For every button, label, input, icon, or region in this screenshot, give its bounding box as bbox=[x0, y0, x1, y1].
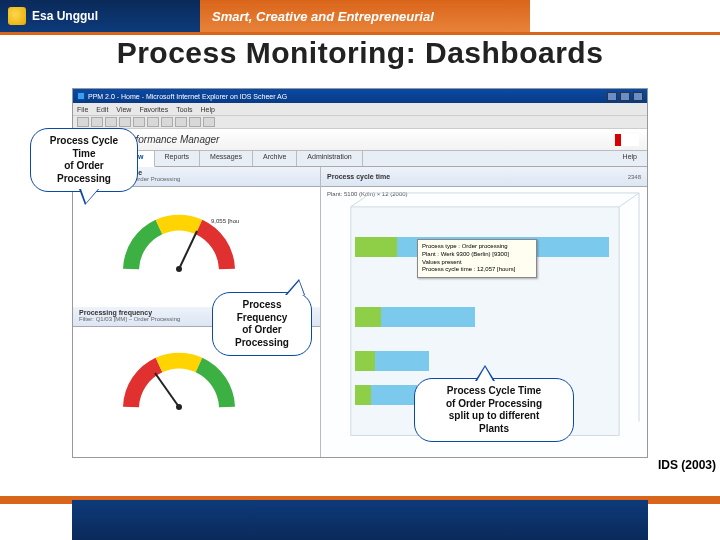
source-citation: IDS (2003) bbox=[658, 458, 716, 472]
history-button[interactable] bbox=[175, 117, 187, 127]
brand-name: Esa Unggul bbox=[32, 9, 98, 23]
forward-button[interactable] bbox=[91, 117, 103, 127]
ie-toolbar bbox=[73, 115, 647, 129]
bar-row-4 bbox=[355, 385, 417, 405]
close-button[interactable] bbox=[633, 92, 643, 101]
gauge-cycle: 9,055 [hours] bbox=[119, 213, 239, 277]
tab-help[interactable]: Help bbox=[613, 151, 647, 166]
svg-line-5 bbox=[351, 193, 371, 207]
gauge-cycle-value: 9,055 [hours] bbox=[211, 218, 239, 224]
svg-line-6 bbox=[619, 193, 639, 207]
callout-frequency-text: Process Frequency of Order Processing bbox=[235, 299, 289, 348]
menu-help[interactable]: Help bbox=[201, 106, 215, 113]
svg-point-3 bbox=[176, 404, 182, 410]
window-title: PPM 2.0 - Home - Microsoft Internet Expl… bbox=[88, 93, 287, 100]
brand-block: Esa Unggul bbox=[0, 0, 200, 32]
brand-tagline: Smart, Creative and Entrepreneurial bbox=[200, 0, 530, 32]
gauge-cycle-area: 9,055 [hours] bbox=[73, 187, 320, 307]
refresh-button[interactable] bbox=[119, 117, 131, 127]
app-tabs: Management View Reports Messages Archive… bbox=[73, 151, 647, 167]
svg-line-0 bbox=[179, 231, 197, 269]
vendor-logo bbox=[615, 134, 639, 146]
footer-navy-block bbox=[72, 500, 648, 540]
tab-reports[interactable]: Reports bbox=[155, 151, 201, 166]
callout-plants-text: Process Cycle Time of Order Processing s… bbox=[446, 385, 542, 434]
tooltip-l1: Process type : Order processing bbox=[422, 243, 532, 251]
menu-tools[interactable]: Tools bbox=[176, 106, 192, 113]
tooltip-l2: Plant : Werk 9300 (Berlin) [9300] bbox=[422, 251, 532, 259]
home-button[interactable] bbox=[133, 117, 145, 127]
gauge-freq bbox=[119, 351, 239, 415]
callout-cycle-time-text: Process Cycle Time of Order Processing bbox=[50, 135, 118, 184]
print-button[interactable] bbox=[203, 117, 215, 127]
footer bbox=[0, 486, 720, 540]
mail-button[interactable] bbox=[189, 117, 201, 127]
app-header: Process Performance Manager bbox=[73, 129, 647, 151]
tab-archive[interactable]: Archive bbox=[253, 151, 297, 166]
search-button[interactable] bbox=[147, 117, 159, 127]
back-button[interactable] bbox=[77, 117, 89, 127]
svg-line-2 bbox=[155, 373, 179, 407]
chart-tooltip: Process type : Order processing Plant : … bbox=[417, 239, 537, 278]
tab-messages[interactable]: Messages bbox=[200, 151, 253, 166]
panel-header-right: Process cycle time 2348 bbox=[321, 167, 647, 187]
bar-seg-green bbox=[355, 237, 397, 257]
menu-view[interactable]: View bbox=[116, 106, 131, 113]
tooltip-l4: Process cycle time : 12,057 [hours] bbox=[422, 266, 532, 274]
divider-top bbox=[0, 32, 720, 35]
tooltip-l3: Values present bbox=[422, 259, 532, 267]
callout-plants: Process Cycle Time of Order Processing s… bbox=[414, 378, 574, 442]
stop-button[interactable] bbox=[105, 117, 117, 127]
menu-file[interactable]: File bbox=[77, 106, 88, 113]
maximize-button[interactable] bbox=[620, 92, 630, 101]
svg-point-1 bbox=[176, 266, 182, 272]
logo-icon bbox=[8, 7, 26, 25]
minimize-button[interactable] bbox=[607, 92, 617, 101]
panel-count-right: 2348 bbox=[628, 174, 641, 180]
brand-header: Esa Unggul Smart, Creative and Entrepren… bbox=[0, 0, 720, 32]
window-titlebar: PPM 2.0 - Home - Microsoft Internet Expl… bbox=[73, 89, 647, 103]
menubar: File Edit View Favorites Tools Help bbox=[73, 103, 647, 115]
ie-icon bbox=[77, 92, 85, 100]
panel-title-right: Process cycle time bbox=[327, 173, 390, 180]
callout-cycle-time: Process Cycle Time of Order Processing bbox=[30, 128, 138, 192]
page-title: Process Monitoring: Dashboards bbox=[0, 36, 720, 70]
callout-frequency: Process Frequency of Order Processing bbox=[212, 292, 312, 356]
tab-administration[interactable]: Administration bbox=[297, 151, 362, 166]
favorites-button[interactable] bbox=[161, 117, 173, 127]
menu-favorites[interactable]: Favorites bbox=[139, 106, 168, 113]
bar-row-2 bbox=[355, 307, 475, 327]
bar-row-3 bbox=[355, 351, 429, 371]
menu-edit[interactable]: Edit bbox=[96, 106, 108, 113]
